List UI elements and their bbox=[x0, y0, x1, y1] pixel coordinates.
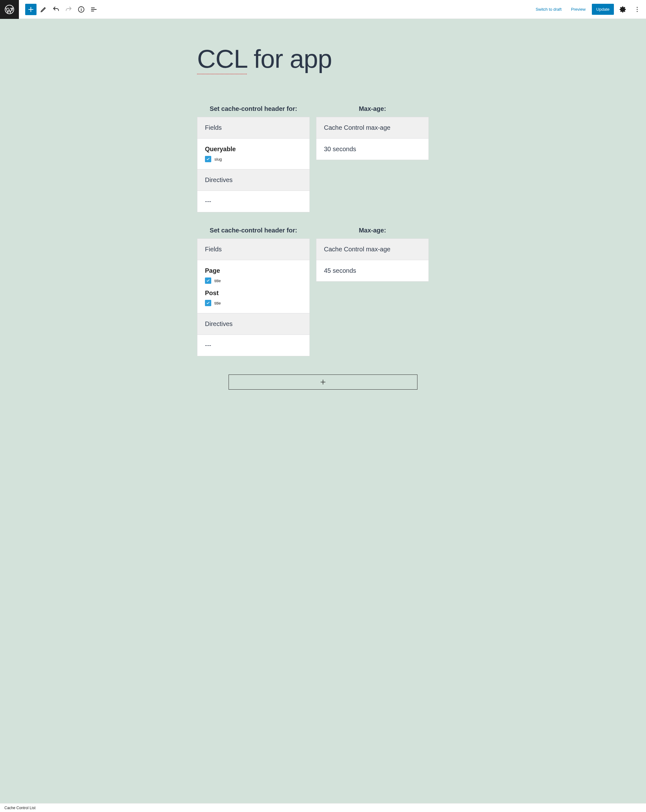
page-title-rest: for app bbox=[247, 44, 332, 73]
fields-body: PagetitlePosttitle bbox=[197, 260, 309, 313]
type-name: Queryable bbox=[205, 145, 302, 153]
fields-card: FieldsQueryableslugDirectives--- bbox=[197, 117, 310, 212]
type-name: Post bbox=[205, 290, 302, 297]
directives-header: Directives bbox=[197, 169, 309, 191]
cache-control-block[interactable]: Set cache-control header for:FieldsPaget… bbox=[197, 227, 429, 356]
fields-header: Fields bbox=[197, 117, 309, 138]
fields-body: Queryableslug bbox=[197, 138, 309, 169]
field-row: slug bbox=[205, 156, 302, 162]
fields-label: Fields bbox=[205, 246, 302, 253]
fields-card: FieldsPagetitlePosttitleDirectives--- bbox=[197, 238, 310, 356]
field-checkbox[interactable] bbox=[205, 300, 211, 306]
preview-button[interactable]: Preview bbox=[568, 5, 589, 14]
fields-header: Fields bbox=[197, 239, 309, 260]
directives-value: --- bbox=[205, 198, 302, 205]
breadcrumb-bar: Cache Control List bbox=[0, 803, 646, 812]
undo-button[interactable] bbox=[50, 4, 62, 15]
directives-body: --- bbox=[197, 191, 309, 212]
fields-label: Fields bbox=[205, 124, 302, 131]
directives-value: --- bbox=[205, 342, 302, 349]
check-icon bbox=[206, 157, 210, 161]
left-column-heading: Set cache-control header for: bbox=[197, 227, 310, 234]
append-block-button[interactable] bbox=[229, 374, 417, 390]
field-label: title bbox=[214, 301, 221, 305]
info-icon bbox=[78, 6, 85, 13]
maxage-value: 30 seconds bbox=[324, 145, 421, 153]
field-label: slug bbox=[214, 157, 222, 162]
block-right-column: Max-age:Cache Control max-age45 seconds bbox=[316, 227, 429, 356]
wordpress-icon bbox=[5, 5, 14, 14]
svg-point-4 bbox=[637, 11, 638, 12]
field-row: title bbox=[205, 300, 302, 306]
toolbar-right-group: Switch to draft Preview Update bbox=[532, 4, 646, 15]
switch-to-draft-button[interactable]: Switch to draft bbox=[532, 5, 564, 14]
kebab-icon bbox=[634, 6, 641, 13]
maxage-label: Cache Control max-age bbox=[324, 246, 421, 253]
editor-canvas: CCL for app Set cache-control header for… bbox=[0, 19, 646, 803]
svg-point-2 bbox=[637, 7, 638, 8]
cache-control-block[interactable]: Set cache-control header for:FieldsQuery… bbox=[197, 105, 429, 212]
undo-icon bbox=[52, 6, 60, 13]
settings-button[interactable] bbox=[617, 4, 628, 15]
block-right-column: Max-age:Cache Control max-age30 seconds bbox=[316, 105, 429, 212]
plus-icon bbox=[319, 378, 327, 386]
block-left-column: Set cache-control header for:FieldsPaget… bbox=[197, 227, 310, 356]
maxage-body: 45 seconds bbox=[316, 260, 428, 281]
directives-label: Directives bbox=[205, 321, 302, 328]
maxage-card: Cache Control max-age45 seconds bbox=[316, 238, 429, 282]
check-icon bbox=[206, 301, 210, 305]
breadcrumb-item[interactable]: Cache Control List bbox=[5, 806, 35, 810]
field-label: title bbox=[214, 278, 221, 283]
redo-button[interactable] bbox=[63, 4, 74, 15]
outline-icon bbox=[90, 6, 98, 13]
outline-button[interactable] bbox=[88, 4, 99, 15]
directives-header: Directives bbox=[197, 313, 309, 334]
maxage-card: Cache Control max-age30 seconds bbox=[316, 117, 429, 160]
info-button[interactable] bbox=[76, 4, 87, 15]
add-block-button[interactable] bbox=[25, 4, 37, 15]
page-title-misspelled: CCL bbox=[197, 44, 247, 74]
update-button[interactable]: Update bbox=[592, 4, 614, 15]
right-column-heading: Max-age: bbox=[316, 105, 429, 113]
more-options-button[interactable] bbox=[632, 4, 643, 15]
edit-tools-button[interactable] bbox=[38, 4, 49, 15]
plus-icon bbox=[27, 6, 35, 13]
maxage-header: Cache Control max-age bbox=[316, 239, 428, 260]
left-column-heading: Set cache-control header for: bbox=[197, 105, 310, 113]
maxage-label: Cache Control max-age bbox=[324, 124, 421, 131]
directives-label: Directives bbox=[205, 176, 302, 184]
maxage-body: 30 seconds bbox=[316, 138, 428, 160]
right-column-heading: Max-age: bbox=[316, 227, 429, 234]
maxage-header: Cache Control max-age bbox=[316, 117, 428, 138]
svg-point-3 bbox=[637, 9, 638, 10]
redo-icon bbox=[65, 6, 72, 13]
directives-body: --- bbox=[197, 334, 309, 356]
toolbar-left-group bbox=[19, 4, 99, 15]
maxage-value: 45 seconds bbox=[324, 267, 421, 274]
editor-topbar: Switch to draft Preview Update bbox=[0, 0, 646, 19]
page-title[interactable]: CCL for app bbox=[197, 44, 449, 74]
gear-icon bbox=[619, 6, 626, 13]
field-checkbox[interactable] bbox=[205, 156, 211, 162]
block-left-column: Set cache-control header for:FieldsQuery… bbox=[197, 105, 310, 212]
field-checkbox[interactable] bbox=[205, 278, 211, 284]
check-icon bbox=[206, 278, 210, 283]
pencil-icon bbox=[40, 6, 47, 13]
type-name: Page bbox=[205, 267, 302, 274]
field-row: title bbox=[205, 278, 302, 284]
wordpress-logo[interactable] bbox=[0, 0, 19, 19]
